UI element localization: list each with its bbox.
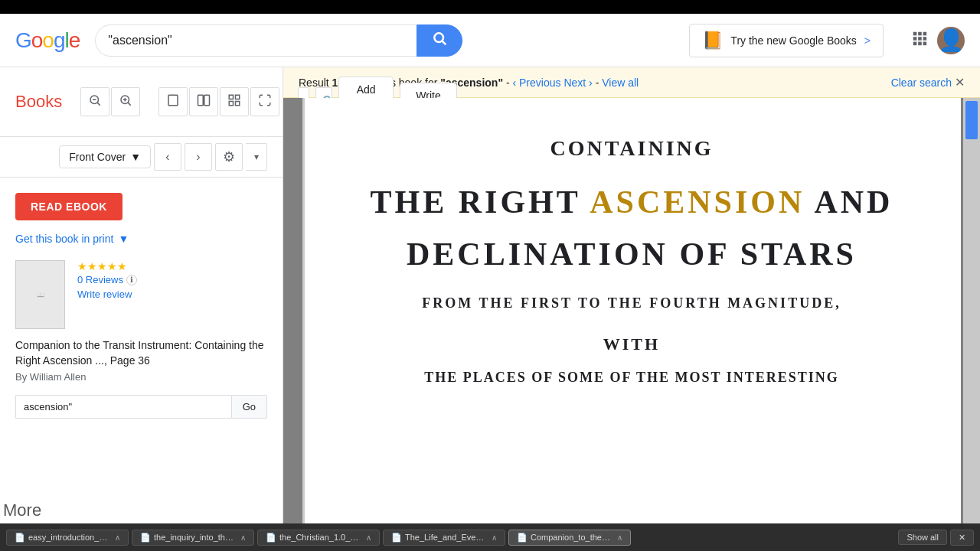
search-in-book: Go	[15, 395, 267, 419]
next-result-link[interactable]: Next ›	[564, 77, 592, 89]
avatar[interactable]: 👤	[937, 27, 965, 54]
next-page-button[interactable]: ›	[185, 143, 212, 171]
page-binding-line	[302, 98, 305, 551]
sidebar: Books	[0, 67, 283, 551]
thumbnail-view-button[interactable]	[220, 87, 249, 116]
thumbnail-icon	[227, 93, 241, 110]
books-toolbar: Books	[0, 67, 283, 137]
zoom-in-icon	[119, 93, 132, 110]
go-button[interactable]: Go	[231, 395, 267, 419]
write-review-link[interactable]: Write review	[77, 289, 267, 300]
and-text: AND	[805, 184, 893, 220]
search-button[interactable]	[416, 24, 462, 57]
star-rating: ★★★★★	[77, 260, 267, 272]
svg-rect-20	[204, 95, 210, 106]
svg-rect-3	[918, 31, 922, 35]
svg-rect-22	[236, 95, 240, 99]
taskbar-item-label-1: the_inquiry_into_th_.pdf	[154, 533, 234, 542]
svg-rect-7	[923, 37, 927, 41]
places-text: THE PLACES OF SOME OF THE MOST INTERESTI…	[348, 370, 915, 386]
fullscreen-icon	[258, 93, 272, 110]
taskbar-item-4[interactable]: 📄 Companion_to_the_.pdf ∧	[508, 530, 631, 546]
zoom-out-icon	[88, 93, 102, 110]
header-icons: 👤	[911, 27, 965, 54]
taskbar-close-2[interactable]: ∧	[366, 533, 371, 542]
cover-selector-arrow: ▼	[130, 151, 141, 163]
right-text: THE RIGHT	[371, 184, 590, 220]
svg-point-0	[435, 33, 444, 42]
settings-dropdown-button[interactable]: ▾	[246, 143, 267, 171]
from-the-text: FROM THE FIRST TO THE FOURTH MAGNITUDE,	[348, 295, 915, 311]
taskbar-item-1[interactable]: 📄 the_inquiry_into_th_.pdf ∧	[132, 530, 254, 546]
svg-rect-10	[923, 41, 927, 45]
search-input[interactable]: "ascension"	[95, 24, 416, 57]
info-icon[interactable]: ℹ	[126, 275, 137, 285]
pdf-icon-3: 📄	[391, 533, 402, 543]
zoom-in-button[interactable]	[111, 87, 140, 116]
book-icon: 📙	[702, 31, 723, 51]
cover-selector-label: Front Cover	[69, 151, 126, 163]
double-page-button[interactable]	[189, 87, 218, 116]
google-header: Google "ascension" 📙 Try the new Google …	[0, 14, 980, 67]
book-details: ★★★★★ 0 Reviews ℹ Write review	[77, 260, 267, 329]
pdf-icon-2: 📄	[266, 533, 276, 543]
settings-button[interactable]: ⚙	[215, 143, 243, 171]
clear-search-icon[interactable]: ✕	[955, 75, 965, 90]
taskbar-close-0[interactable]: ∧	[115, 533, 120, 542]
main-content: Books	[0, 67, 980, 551]
show-all-button[interactable]: Show all	[898, 530, 947, 545]
view-all-link[interactable]: View all	[602, 77, 639, 89]
svg-rect-9	[918, 41, 922, 45]
close-taskbar-button[interactable]: ✕	[950, 530, 974, 546]
view-controls	[158, 87, 279, 116]
reviews-count[interactable]: 0 Reviews	[77, 274, 123, 285]
prev-result-link[interactable]: ‹ Previous	[512, 77, 560, 89]
page-view-button[interactable]	[158, 87, 188, 116]
try-new-books-link[interactable]: 📙 Try the new Google Books >	[689, 24, 884, 57]
search-bar-container: "ascension"	[95, 24, 493, 57]
taskbar-item-2[interactable]: 📄 the_Christian_1.0_.pdf ∧	[257, 530, 380, 546]
book-cover-thumbnail: 📖	[15, 260, 65, 329]
search-in-book-input[interactable]	[15, 395, 231, 419]
page-scrollbar[interactable]	[963, 98, 980, 551]
taskbar-item-label-2: the_Christian_1.0_.pdf	[279, 533, 360, 542]
clear-search[interactable]: Clear search ✕	[891, 75, 965, 90]
taskbar-close-4[interactable]: ∧	[617, 533, 622, 542]
try-new-books-label: Try the new Google Books	[730, 34, 856, 47]
svg-line-15	[129, 103, 131, 105]
zoom-controls	[80, 87, 140, 116]
svg-rect-6	[918, 37, 922, 41]
svg-rect-19	[198, 95, 204, 106]
more-label: More	[0, 500, 41, 520]
get-print-link[interactable]: Get this book in print ▼	[15, 233, 267, 245]
books-label: Books	[15, 92, 62, 112]
chevron-down-icon: ▾	[254, 152, 259, 162]
svg-rect-4	[923, 31, 927, 35]
pdf-icon: 📄	[15, 533, 25, 543]
declination-text: DECLINATION OF STARS	[348, 236, 915, 272]
taskbar-close-1[interactable]: ∧	[240, 533, 246, 542]
book-info: 📖 ★★★★★ 0 Reviews ℹ Write review	[15, 260, 267, 329]
taskbar-item-0[interactable]: 📄 easy_introduction_o.pdf ∧	[6, 530, 129, 546]
zoom-out-button[interactable]	[80, 87, 109, 116]
cover-selector[interactable]: Front Cover ▼	[59, 145, 151, 168]
read-ebook-button[interactable]: READ EBOOK	[15, 193, 122, 220]
taskbar-close-3[interactable]: ∧	[492, 533, 497, 542]
scrollbar-thumb	[965, 101, 978, 139]
svg-rect-21	[229, 95, 233, 99]
prev-page-button[interactable]: ‹	[154, 143, 181, 171]
book-text-content: CONTAINING THE RIGHT ASCENSION AND DECLI…	[348, 129, 915, 386]
taskbar-item-label-4: Companion_to_the_.pdf	[531, 533, 611, 542]
pdf-icon-1: 📄	[140, 533, 151, 543]
page-view-icon	[166, 93, 180, 110]
fullscreen-button[interactable]	[250, 87, 279, 116]
get-print-label: Get this book in print	[15, 233, 113, 245]
google-logo[interactable]: Google	[15, 28, 80, 53]
taskbar-item-3[interactable]: 📄 The_Life_and_Event_.pdf ∧	[383, 530, 505, 546]
svg-rect-18	[168, 95, 178, 106]
taskbar-item-label-0: easy_introduction_o.pdf	[28, 533, 109, 542]
taskbar-item-label-3: The_Life_and_Event_.pdf	[405, 533, 485, 542]
svg-rect-8	[913, 41, 917, 45]
apps-icon[interactable]	[911, 30, 928, 51]
taskbar: 📄 easy_introduction_o.pdf ∧ 📄 the_inquir…	[0, 523, 980, 551]
